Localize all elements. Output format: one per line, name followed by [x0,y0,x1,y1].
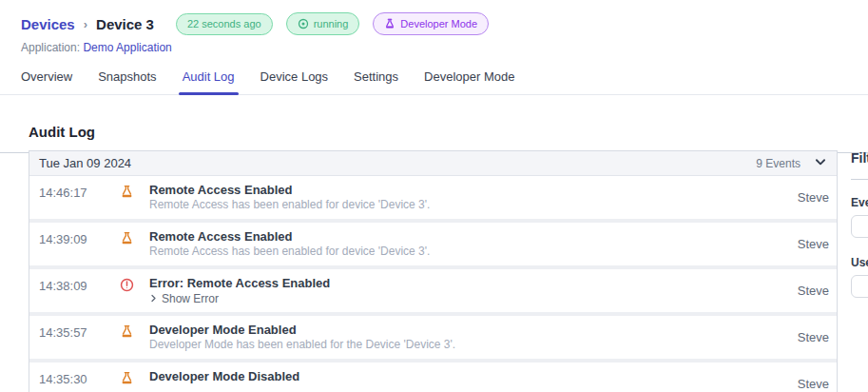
flask-icon [120,186,134,202]
page-header: Devices › Device 3 22 seconds ago runnin… [0,0,868,54]
event-title: Remote Access Enabled [149,182,798,198]
record-icon [298,18,309,29]
filter-divider [851,179,868,180]
last-seen-label: 22 seconds ago [187,19,261,29]
filter-user-label: User [851,256,868,269]
breadcrumb-devices-link[interactable]: Devices [21,16,75,32]
events-count: 9 Events [756,157,800,170]
filter-user-input[interactable] [851,275,868,298]
show-error-toggle[interactable]: Show Error [149,292,798,305]
filter-events-input[interactable] [851,215,868,238]
event-time: 14:39:09 [39,223,93,265]
audit-log-row[interactable]: 14:38:09 Error: Remote Access Enabled [29,269,837,312]
event-time: 14:35:30 [39,363,93,392]
flask-icon [120,325,134,342]
show-error-label: Show Error [162,292,219,305]
event-title: Developer Mode Enabled [149,322,798,338]
application-line: Application: Demo Application [21,41,868,54]
tab-snapshots[interactable]: Snapshots [98,69,156,94]
filter-events-label: Events [851,196,868,209]
flask-icon [120,372,134,388]
event-user: Steve [798,330,829,344]
breadcrumb-separator: › [84,17,87,31]
audit-log-row[interactable]: 14:35:57 Developer Mode Enabled Develope… [29,316,837,359]
running-status-badge: running [286,12,360,35]
last-seen-badge: 22 seconds ago [176,13,273,35]
audit-log-row[interactable]: 14:39:09 Remote Access Enabled Remote Ac… [29,223,837,265]
tab-device-logs[interactable]: Device Logs [260,69,329,94]
running-status-label: running [314,19,349,29]
breadcrumb-current-device: Device 3 [96,16,154,32]
application-link[interactable]: Demo Application [83,41,171,54]
error-icon [120,279,134,295]
tab-overview[interactable]: Overview [21,69,72,94]
event-title: Error: Remote Access Enabled [149,275,798,291]
developer-mode-badge-label: Developer Mode [400,19,477,29]
page-title: Audit Log [29,124,868,140]
audit-rows: 14:46:17 Remote Access Enabled Remote Ac… [29,176,837,392]
status-badges: 22 seconds ago running Developer Mode [176,12,489,35]
chevron-right-icon [149,292,158,305]
filter-panel-title: Filter [851,150,868,166]
event-user: Steve [798,190,829,205]
flask-icon [384,18,395,29]
event-description: Remote Access has been enabled for devic… [149,245,798,258]
audit-log-row[interactable]: 14:46:17 Remote Access Enabled Remote Ac… [29,176,837,219]
event-time: 14:35:57 [39,316,93,359]
audit-log-table: Tue Jan 09 2024 9 Events 14:46:17 [29,150,838,392]
event-title: Remote Access Enabled [149,228,798,245]
chevron-down-icon [814,155,827,172]
table-date-header: Tue Jan 09 2024 9 Events [29,151,837,176]
date-header-label: Tue Jan 09 2024 [39,156,131,170]
flask-icon [120,232,134,248]
audit-log-row[interactable]: 14:35:30 Developer Mode Disabled [29,363,837,392]
collapse-day-button[interactable] [814,155,827,172]
device-tabs: Overview Snapshots Audit Log Device Logs… [0,69,868,95]
filter-panel: Filter Events User [851,150,868,298]
event-user: Steve [798,377,829,391]
breadcrumb: Devices › Device 3 22 seconds ago runnin… [21,13,868,34]
event-user: Steve [798,237,829,251]
tab-settings[interactable]: Settings [354,69,398,94]
tab-developer-mode[interactable]: Developer Mode [424,69,514,94]
event-description: Developer Mode has been enabled for the … [149,338,798,351]
event-time: 14:46:17 [39,176,93,219]
application-label: Application: [21,41,80,54]
tab-audit-log[interactable]: Audit Log [183,69,235,94]
event-time: 14:38:09 [39,269,93,312]
developer-mode-badge: Developer Mode [373,12,489,35]
event-user: Steve [798,284,829,298]
event-title: Developer Mode Disabled [149,368,798,384]
event-description: Remote Access has been enabled for devic… [149,198,798,211]
